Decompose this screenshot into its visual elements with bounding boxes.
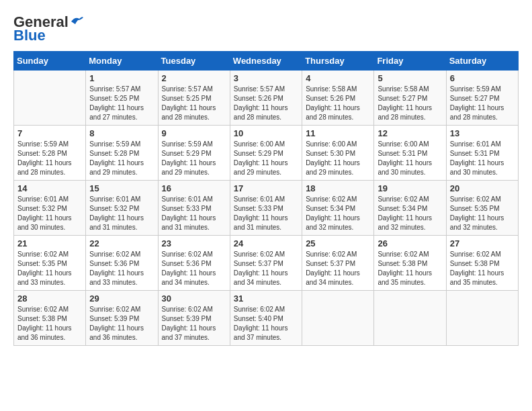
calendar-cell: 12Sunrise: 6:00 AMSunset: 5:31 PMDayligh… bbox=[374, 126, 446, 181]
calendar-cell: 17Sunrise: 6:01 AMSunset: 5:33 PMDayligh… bbox=[230, 181, 302, 236]
calendar-cell: 22Sunrise: 6:02 AMSunset: 5:36 PMDayligh… bbox=[86, 236, 158, 291]
day-info: Sunrise: 6:02 AMSunset: 5:37 PMDaylight:… bbox=[306, 250, 370, 287]
calendar-cell: 25Sunrise: 6:02 AMSunset: 5:37 PMDayligh… bbox=[302, 236, 374, 291]
day-info: Sunrise: 6:01 AMSunset: 5:32 PMDaylight:… bbox=[17, 195, 82, 232]
day-number: 11 bbox=[306, 128, 370, 138]
day-number: 16 bbox=[162, 183, 226, 193]
calendar-cell: 28Sunrise: 6:02 AMSunset: 5:38 PMDayligh… bbox=[14, 291, 86, 346]
day-number: 21 bbox=[17, 238, 82, 248]
day-number: 28 bbox=[17, 293, 82, 304]
calendar-cell: 2Sunrise: 5:57 AMSunset: 5:25 PMDaylight… bbox=[158, 71, 230, 126]
day-number: 24 bbox=[234, 238, 298, 248]
day-number: 9 bbox=[162, 128, 226, 138]
weekday-header-wednesday: Wednesday bbox=[230, 52, 302, 71]
day-number: 15 bbox=[89, 183, 154, 193]
calendar-cell: 20Sunrise: 6:02 AMSunset: 5:35 PMDayligh… bbox=[446, 181, 518, 236]
calendar-cell: 6Sunrise: 5:59 AMSunset: 5:27 PMDaylight… bbox=[446, 71, 518, 126]
day-info: Sunrise: 6:02 AMSunset: 5:38 PMDaylight:… bbox=[378, 250, 442, 287]
calendar-cell: 9Sunrise: 5:59 AMSunset: 5:29 PMDaylight… bbox=[158, 126, 230, 181]
calendar-cell: 4Sunrise: 5:58 AMSunset: 5:26 PMDaylight… bbox=[302, 71, 374, 126]
day-info: Sunrise: 6:02 AMSunset: 5:36 PMDaylight:… bbox=[162, 250, 226, 287]
day-number: 27 bbox=[450, 238, 515, 248]
day-info: Sunrise: 5:59 AMSunset: 5:27 PMDaylight:… bbox=[450, 85, 515, 122]
day-number: 7 bbox=[17, 128, 82, 138]
day-number: 17 bbox=[234, 183, 298, 193]
day-info: Sunrise: 6:01 AMSunset: 5:32 PMDaylight:… bbox=[89, 195, 154, 232]
calendar-cell: 5Sunrise: 5:58 AMSunset: 5:27 PMDaylight… bbox=[374, 71, 446, 126]
day-number: 13 bbox=[450, 128, 515, 138]
day-number: 30 bbox=[162, 293, 226, 304]
day-number: 23 bbox=[162, 238, 226, 248]
logo-blue: Blue bbox=[13, 27, 46, 44]
day-number: 22 bbox=[89, 238, 154, 248]
calendar-cell: 14Sunrise: 6:01 AMSunset: 5:32 PMDayligh… bbox=[14, 181, 86, 236]
calendar-cell: 30Sunrise: 6:02 AMSunset: 5:39 PMDayligh… bbox=[158, 291, 230, 346]
day-info: Sunrise: 6:02 AMSunset: 5:35 PMDaylight:… bbox=[17, 250, 82, 287]
calendar-cell: 13Sunrise: 6:01 AMSunset: 5:31 PMDayligh… bbox=[446, 126, 518, 181]
day-info: Sunrise: 6:01 AMSunset: 5:33 PMDaylight:… bbox=[162, 195, 226, 232]
day-info: Sunrise: 6:02 AMSunset: 5:34 PMDaylight:… bbox=[306, 195, 370, 232]
weekday-header-tuesday: Tuesday bbox=[158, 52, 230, 71]
day-number: 29 bbox=[89, 293, 154, 304]
day-number: 10 bbox=[234, 128, 298, 138]
day-number: 1 bbox=[89, 73, 154, 83]
calendar-cell: 18Sunrise: 6:02 AMSunset: 5:34 PMDayligh… bbox=[302, 181, 374, 236]
day-number: 25 bbox=[306, 238, 370, 248]
calendar-cell: 11Sunrise: 6:00 AMSunset: 5:30 PMDayligh… bbox=[302, 126, 374, 181]
weekday-header-sunday: Sunday bbox=[14, 52, 86, 71]
weekday-header-saturday: Saturday bbox=[446, 52, 518, 71]
day-number: 8 bbox=[89, 128, 154, 138]
calendar-cell: 26Sunrise: 6:02 AMSunset: 5:38 PMDayligh… bbox=[374, 236, 446, 291]
day-number: 20 bbox=[450, 183, 515, 193]
calendar-cell: 15Sunrise: 6:01 AMSunset: 5:32 PMDayligh… bbox=[86, 181, 158, 236]
day-info: Sunrise: 5:58 AMSunset: 5:26 PMDaylight:… bbox=[306, 85, 370, 122]
day-number: 14 bbox=[17, 183, 82, 193]
calendar-cell bbox=[374, 291, 446, 346]
day-info: Sunrise: 6:02 AMSunset: 5:34 PMDaylight:… bbox=[378, 195, 442, 232]
calendar-cell bbox=[446, 291, 518, 346]
logo-bird-icon bbox=[70, 15, 85, 27]
calendar-cell: 23Sunrise: 6:02 AMSunset: 5:36 PMDayligh… bbox=[158, 236, 230, 291]
calendar-cell: 8Sunrise: 5:59 AMSunset: 5:28 PMDaylight… bbox=[86, 126, 158, 181]
calendar-cell: 7Sunrise: 5:59 AMSunset: 5:28 PMDaylight… bbox=[14, 126, 86, 181]
calendar-cell bbox=[14, 71, 86, 126]
day-info: Sunrise: 6:02 AMSunset: 5:39 PMDaylight:… bbox=[162, 305, 226, 342]
day-info: Sunrise: 6:02 AMSunset: 5:39 PMDaylight:… bbox=[89, 305, 154, 342]
day-info: Sunrise: 5:59 AMSunset: 5:28 PMDaylight:… bbox=[17, 140, 82, 177]
calendar-cell: 10Sunrise: 6:00 AMSunset: 5:29 PMDayligh… bbox=[230, 126, 302, 181]
day-number: 3 bbox=[234, 73, 298, 83]
day-info: Sunrise: 6:01 AMSunset: 5:33 PMDaylight:… bbox=[234, 195, 298, 232]
day-info: Sunrise: 6:00 AMSunset: 5:30 PMDaylight:… bbox=[306, 140, 370, 177]
day-number: 26 bbox=[378, 238, 442, 248]
calendar-cell: 31Sunrise: 6:02 AMSunset: 5:40 PMDayligh… bbox=[230, 291, 302, 346]
day-info: Sunrise: 6:02 AMSunset: 5:36 PMDaylight:… bbox=[89, 250, 154, 287]
day-number: 5 bbox=[378, 73, 442, 83]
logo: General Blue bbox=[13, 13, 85, 44]
weekday-header-friday: Friday bbox=[374, 52, 446, 71]
page-header: General Blue bbox=[13, 13, 519, 44]
day-info: Sunrise: 6:00 AMSunset: 5:31 PMDaylight:… bbox=[378, 140, 442, 177]
day-number: 6 bbox=[450, 73, 515, 83]
day-number: 2 bbox=[162, 73, 226, 83]
calendar-cell: 1Sunrise: 5:57 AMSunset: 5:25 PMDaylight… bbox=[86, 71, 158, 126]
day-info: Sunrise: 5:57 AMSunset: 5:25 PMDaylight:… bbox=[162, 85, 226, 122]
calendar-cell bbox=[302, 291, 374, 346]
day-info: Sunrise: 5:59 AMSunset: 5:28 PMDaylight:… bbox=[89, 140, 154, 177]
day-info: Sunrise: 5:57 AMSunset: 5:25 PMDaylight:… bbox=[89, 85, 154, 122]
day-number: 18 bbox=[306, 183, 370, 193]
day-info: Sunrise: 6:02 AMSunset: 5:38 PMDaylight:… bbox=[17, 305, 82, 342]
calendar-cell: 19Sunrise: 6:02 AMSunset: 5:34 PMDayligh… bbox=[374, 181, 446, 236]
calendar-table: SundayMondayTuesdayWednesdayThursdayFrid… bbox=[13, 51, 519, 346]
calendar-cell: 3Sunrise: 5:57 AMSunset: 5:26 PMDaylight… bbox=[230, 71, 302, 126]
day-info: Sunrise: 6:02 AMSunset: 5:38 PMDaylight:… bbox=[450, 250, 515, 287]
day-number: 31 bbox=[234, 293, 298, 304]
day-info: Sunrise: 6:00 AMSunset: 5:29 PMDaylight:… bbox=[234, 140, 298, 177]
weekday-header-monday: Monday bbox=[86, 52, 158, 71]
day-info: Sunrise: 6:02 AMSunset: 5:35 PMDaylight:… bbox=[450, 195, 515, 232]
calendar-cell: 16Sunrise: 6:01 AMSunset: 5:33 PMDayligh… bbox=[158, 181, 230, 236]
calendar-cell: 27Sunrise: 6:02 AMSunset: 5:38 PMDayligh… bbox=[446, 236, 518, 291]
calendar-cell: 29Sunrise: 6:02 AMSunset: 5:39 PMDayligh… bbox=[86, 291, 158, 346]
day-number: 12 bbox=[378, 128, 442, 138]
day-info: Sunrise: 5:59 AMSunset: 5:29 PMDaylight:… bbox=[162, 140, 226, 177]
day-number: 19 bbox=[378, 183, 442, 193]
